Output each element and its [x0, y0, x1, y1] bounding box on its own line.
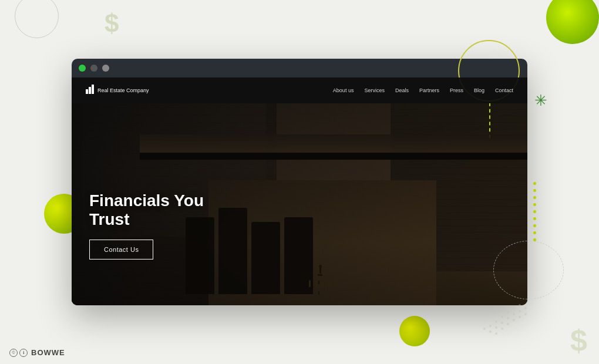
traffic-light-gray[interactable]: [102, 65, 109, 72]
website-content: Real Estate Company About us Services De…: [72, 77, 527, 305]
browser-window: Real Estate Company About us Services De…: [72, 59, 527, 305]
nav-logo[interactable]: Real Estate Company: [86, 85, 149, 97]
dashed-line: [489, 103, 490, 138]
arch-2: [218, 208, 247, 294]
navbar: Real Estate Company About us Services De…: [72, 77, 527, 103]
hero-content: Financials You Trust Contact Us: [89, 191, 204, 259]
svg-point-2: [495, 321, 497, 323]
logo-icon: [86, 85, 94, 97]
traffic-light-yellow[interactable]: [90, 65, 97, 72]
dot-5: [533, 210, 536, 213]
svg-point-15: [501, 328, 503, 330]
dollar-sign-bottom: $: [570, 323, 587, 358]
circle-outline-top-left: [15, 0, 59, 38]
nav-link-contact[interactable]: Contact: [495, 87, 513, 93]
nav-links: About us Services Deals Partners Press B…: [333, 87, 513, 93]
nav-link-deals[interactable]: Deals: [395, 87, 409, 93]
svg-point-12: [519, 310, 521, 312]
dot-4: [533, 203, 536, 206]
svg-point-11: [513, 313, 515, 315]
watermark: © ℹ BOWWE: [9, 348, 65, 357]
cc-icon: ©: [9, 349, 18, 357]
nav-link-press[interactable]: Press: [450, 87, 463, 93]
arcade-arches: [186, 198, 313, 294]
svg-point-0: [483, 328, 486, 330]
nav-link-partners[interactable]: Partners: [419, 87, 439, 93]
vertical-dots-right: [533, 182, 536, 241]
svg-point-17: [513, 319, 515, 321]
svg-point-14: [495, 332, 497, 335]
arch-3: [251, 222, 280, 294]
dot-7: [533, 224, 536, 227]
watermark-icons: © ℹ: [9, 349, 28, 357]
dot-2: [533, 189, 536, 192]
svg-rect-21: [89, 87, 91, 94]
svg-point-8: [495, 326, 497, 329]
logo-text: Real Estate Company: [97, 87, 149, 94]
dot-9: [533, 238, 536, 241]
svg-point-9: [501, 322, 503, 324]
dollar-sign-top: $: [105, 9, 119, 38]
dot-3: [533, 196, 536, 199]
info-icon: ℹ: [19, 349, 28, 357]
svg-point-5: [513, 307, 515, 309]
star-burst-icon: ✳: [534, 93, 547, 108]
dot-1: [533, 182, 536, 185]
svg-rect-20: [86, 89, 88, 94]
nav-link-blog[interactable]: Blog: [474, 87, 484, 93]
dot-8: [533, 231, 536, 234]
green-blob-top-right: [546, 0, 599, 44]
svg-point-13: [524, 307, 527, 309]
svg-point-4: [507, 311, 509, 314]
hero-title: Financials You Trust: [89, 191, 204, 229]
svg-point-10: [507, 317, 509, 319]
svg-point-7: [489, 331, 492, 333]
dot-6: [533, 217, 536, 220]
traffic-light-green[interactable]: [79, 65, 86, 72]
svg-point-18: [519, 316, 521, 318]
svg-rect-22: [92, 85, 94, 94]
svg-point-3: [501, 316, 503, 318]
person-silhouette: [318, 265, 322, 278]
svg-point-1: [489, 325, 492, 327]
bowwe-text: BOWWE: [31, 348, 65, 357]
overpass-shadow: [140, 153, 527, 160]
contact-us-button[interactable]: Contact Us: [89, 240, 153, 259]
nav-link-services[interactable]: Services: [364, 87, 385, 93]
nav-link-about[interactable]: About us: [333, 87, 354, 93]
svg-point-19: [524, 313, 527, 315]
svg-point-16: [507, 323, 509, 325]
green-blob-bottom-center: [399, 316, 430, 346]
overpass-structure: [140, 134, 527, 153]
